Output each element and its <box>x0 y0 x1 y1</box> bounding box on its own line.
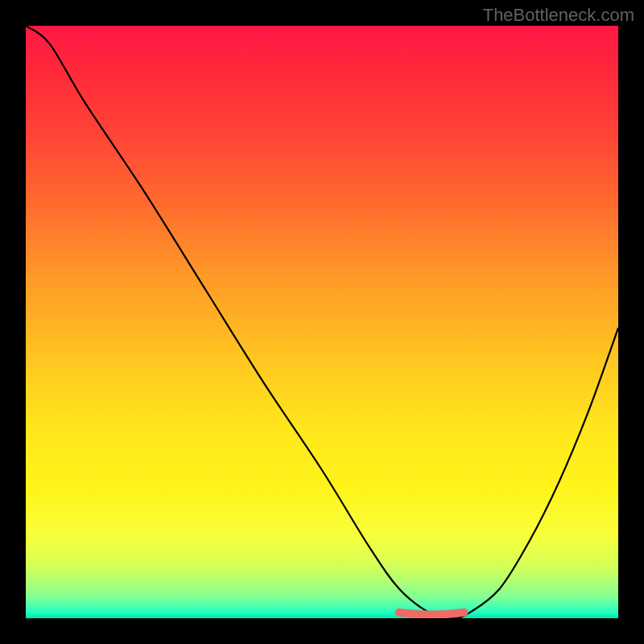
chart-plot-area <box>26 26 618 618</box>
bottleneck-curve-line <box>26 26 618 618</box>
optimal-region-marker <box>399 613 464 615</box>
watermark-text: TheBottleneck.com <box>483 5 634 26</box>
chart-svg <box>26 26 618 618</box>
